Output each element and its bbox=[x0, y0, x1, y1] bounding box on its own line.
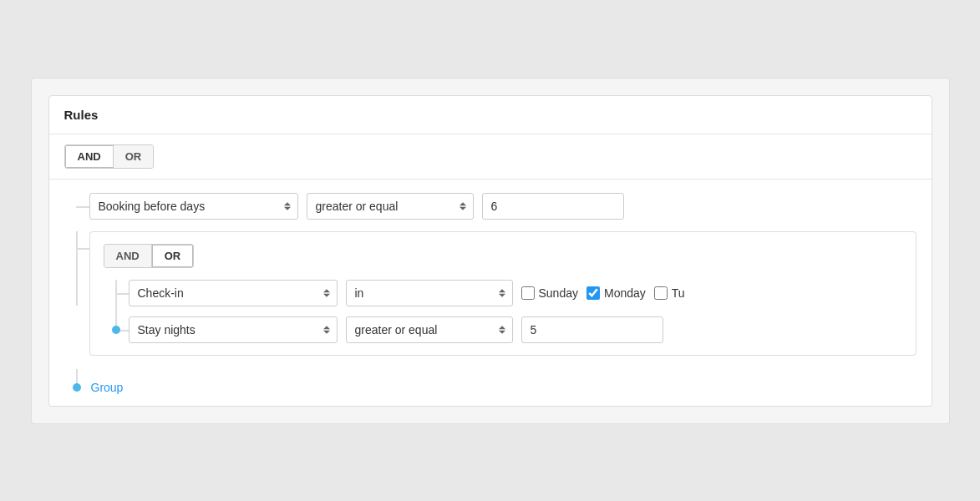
inner-logic-btn-group: AND OR bbox=[104, 244, 195, 268]
rule2-value-input[interactable]: 5 bbox=[521, 316, 663, 343]
rule2-operator-select[interactable]: greater or equal less or equal equal bbox=[346, 316, 513, 343]
top-rule-value-input[interactable]: 6 bbox=[482, 193, 624, 220]
sub-panel: AND OR Check-in Booking before days Stay… bbox=[89, 231, 917, 356]
group-connector-dot bbox=[73, 383, 81, 392]
connector-line-h bbox=[76, 248, 89, 250]
sunday-checkbox-item: Sunday bbox=[521, 286, 578, 300]
top-rule-field-select[interactable]: Booking before days Check-in Stay nights bbox=[89, 193, 298, 220]
sunday-checkbox[interactable] bbox=[521, 286, 535, 300]
rules-body: Booking before days Check-in Stay nights… bbox=[49, 180, 932, 369]
top-rule-operator-select[interactable]: greater or equal less or equal equal not… bbox=[307, 193, 474, 220]
sunday-label: Sunday bbox=[539, 286, 578, 300]
monday-label: Monday bbox=[604, 286, 646, 300]
tuesday-label: Tu bbox=[672, 286, 685, 300]
tuesday-checkbox-item: Tu bbox=[654, 286, 685, 300]
tuesday-checkbox[interactable] bbox=[654, 286, 668, 300]
rules-header: Rules bbox=[49, 96, 932, 134]
main-container: Rules AND OR Booking before days Check-i… bbox=[31, 78, 950, 424]
outer-or-button[interactable]: OR bbox=[114, 145, 154, 168]
top-rule-row: Booking before days Check-in Stay nights… bbox=[64, 193, 917, 220]
rule2-row: Stay nights Booking before days Check-in… bbox=[104, 316, 902, 343]
outer-and-button[interactable]: AND bbox=[65, 145, 114, 168]
rules-title: Rules bbox=[64, 108, 99, 122]
outer-logic-btn-group: AND OR bbox=[64, 144, 155, 169]
rule1-row: Check-in Booking before days Stay nights… bbox=[104, 280, 902, 306]
inner-logic-toolbar: AND OR bbox=[104, 244, 902, 268]
monday-checkbox-item: Monday bbox=[586, 286, 646, 300]
inner-and-button[interactable]: AND bbox=[104, 245, 152, 267]
outer-logic-toolbar: AND OR bbox=[49, 134, 932, 180]
rules-panel: Rules AND OR Booking before days Check-i… bbox=[48, 95, 932, 407]
sub-panel-wrapper: AND OR Check-in Booking before days Stay… bbox=[64, 231, 917, 356]
days-checkbox-group: Sunday Monday Tu bbox=[521, 286, 685, 300]
monday-checkbox[interactable] bbox=[586, 286, 600, 300]
connector-line-v bbox=[76, 231, 78, 306]
connector-dot bbox=[112, 326, 120, 334]
group-link-area: Group bbox=[49, 369, 932, 406]
inner-or-button[interactable]: OR bbox=[152, 245, 194, 267]
rule1-operator-select[interactable]: in not in bbox=[346, 280, 513, 306]
rule2-field-select[interactable]: Stay nights Booking before days Check-in bbox=[129, 316, 338, 343]
sub-rules-container: Check-in Booking before days Stay nights… bbox=[104, 280, 902, 343]
group-link[interactable]: Group bbox=[91, 381, 124, 394]
rule1-field-select[interactable]: Check-in Booking before days Stay nights bbox=[129, 280, 338, 306]
